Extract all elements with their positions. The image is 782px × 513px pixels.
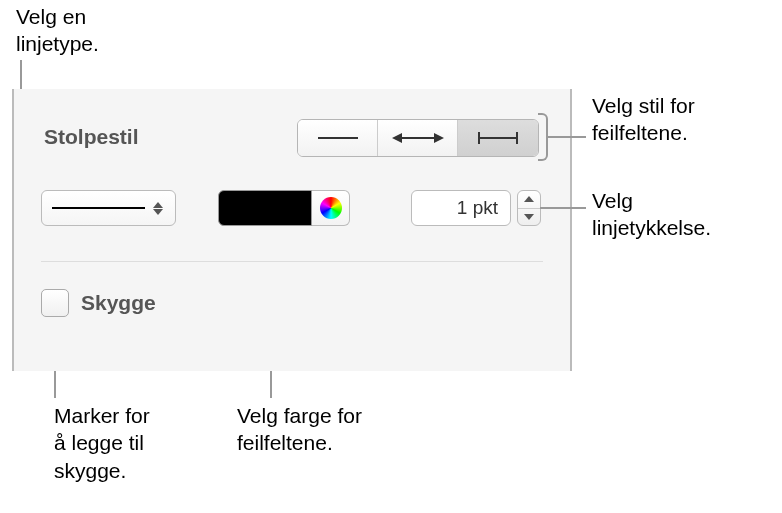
section-title: Stolpestil [44, 125, 139, 149]
dropdown-arrows-icon [151, 202, 165, 215]
stepper-up[interactable] [518, 191, 540, 209]
line-caps-icon [473, 130, 523, 146]
shadow-checkbox[interactable] [41, 289, 69, 317]
svg-marker-2 [392, 133, 402, 143]
chevron-up-icon [524, 196, 534, 202]
thickness-input[interactable]: 1 pkt [411, 190, 511, 226]
callout-linetype: Velg en linjetype. [16, 3, 99, 58]
color-control [218, 190, 350, 226]
callout-line [548, 136, 586, 138]
svg-marker-3 [434, 133, 444, 143]
errorbar-style-segmented [297, 119, 539, 157]
color-swatch[interactable] [218, 190, 312, 226]
line-arrows-icon [390, 131, 446, 145]
line-plain-icon [313, 132, 363, 144]
divider [41, 261, 543, 262]
errorbar-style-line[interactable] [298, 120, 378, 156]
callout-line [540, 207, 586, 209]
solid-line-icon [52, 207, 145, 209]
callout-errorbar-style: Velg stil for feilfeltene. [592, 92, 695, 147]
svg-marker-9 [524, 196, 534, 202]
errorbar-style-arrows[interactable] [378, 120, 458, 156]
thickness-control: 1 pkt [411, 190, 541, 226]
chevron-down-icon [524, 214, 534, 220]
shadow-row: Skygge [41, 289, 156, 317]
linetype-dropdown[interactable] [41, 190, 176, 226]
style-panel: Stolpestil [12, 89, 572, 371]
errorbar-style-caps[interactable] [458, 120, 538, 156]
callout-thickness: Velg linjetykkelse. [592, 187, 711, 242]
callout-color: Velg farge for feilfeltene. [237, 402, 362, 457]
svg-marker-8 [153, 209, 163, 215]
callout-bracket [538, 113, 548, 161]
stepper-down[interactable] [518, 209, 540, 226]
callout-shadow: Marker for å legge til skygge. [54, 402, 150, 484]
svg-marker-7 [153, 202, 163, 208]
svg-marker-10 [524, 214, 534, 220]
color-wheel-icon [320, 197, 342, 219]
shadow-label: Skygge [81, 291, 156, 315]
thickness-stepper [517, 190, 541, 226]
color-picker-button[interactable] [312, 190, 350, 226]
